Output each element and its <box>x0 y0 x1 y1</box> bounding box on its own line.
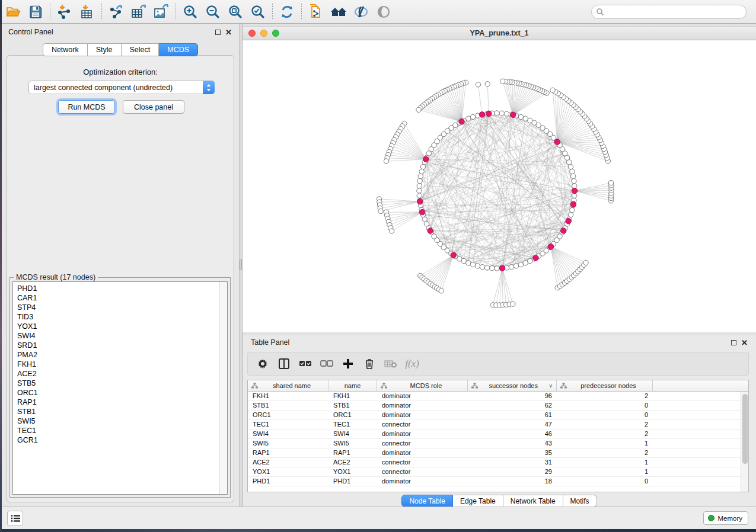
function-builder-button[interactable]: f(x) <box>403 355 421 373</box>
column-header-predecessor-nodes[interactable]: predecessor nodes <box>557 380 653 391</box>
network-canvas[interactable] <box>243 40 756 332</box>
table-scrollbar[interactable] <box>741 392 748 492</box>
close-table-panel-icon[interactable]: ✕ <box>741 340 748 345</box>
mcds-result-item[interactable]: STB1 <box>13 407 227 416</box>
table-cell: ACE2 <box>328 458 377 467</box>
optimization-criterion-select[interactable]: largest connected component (undirected) <box>28 81 215 94</box>
table-cell: dominator <box>377 401 468 410</box>
zoom-fit-button[interactable] <box>224 2 247 22</box>
table-cell: connector <box>377 420 468 429</box>
memory-label: Memory <box>717 515 742 522</box>
export-table-icon <box>130 4 147 20</box>
tab-motifs[interactable]: Motifs <box>563 495 597 507</box>
export-image-button[interactable] <box>150 2 173 22</box>
delete-table-button[interactable] <box>382 355 400 373</box>
refresh-icon <box>279 4 295 20</box>
mcds-result-item[interactable]: PHD1 <box>13 284 227 293</box>
table-row[interactable]: STB1STB1dominator620 <box>248 401 741 411</box>
table-panel-title: Table Panel <box>251 338 289 347</box>
table-row[interactable]: ORC1ORC1dominator610 <box>248 411 741 420</box>
columns-icon <box>278 358 290 370</box>
table-cell: 2 <box>557 420 653 429</box>
unselect-all-button[interactable] <box>318 355 336 373</box>
table-row[interactable]: SWI4SWI4dominator462 <box>248 430 741 439</box>
mcds-list-scrollbar[interactable] <box>219 282 227 494</box>
add-column-button[interactable] <box>339 355 357 373</box>
column-chooser-button[interactable] <box>275 355 293 373</box>
mcds-result-item[interactable]: ORC1 <box>13 388 227 398</box>
mcds-result-item[interactable]: TEC1 <box>13 426 227 435</box>
zoom-selected-button[interactable] <box>247 2 269 22</box>
table-row[interactable]: TEC1TEC1connector472 <box>248 420 741 430</box>
tab-edge-table[interactable]: Edge Table <box>453 495 503 507</box>
memory-button[interactable]: Memory <box>703 511 748 525</box>
table-row[interactable]: PHD1PHD1dominator180 <box>248 477 741 486</box>
select-all-button[interactable] <box>296 355 314 373</box>
table-row[interactable]: YOX1YOX1connector291 <box>248 467 741 477</box>
save-session-button[interactable] <box>24 2 47 22</box>
delete-column-button[interactable] <box>361 355 378 373</box>
tab-select[interactable]: Select <box>122 43 160 56</box>
column-header-MCDS-role[interactable]: MCDS role <box>377 380 468 391</box>
close-panel-icon[interactable]: ✕ <box>225 30 232 35</box>
splitter-grip[interactable] <box>240 259 242 270</box>
hide-graphics-button[interactable] <box>350 2 372 22</box>
network-from-selection-button[interactable] <box>305 2 327 22</box>
close-panel-button[interactable]: Close panel <box>123 100 184 114</box>
tab-network[interactable]: Network <box>43 43 88 56</box>
mcds-result-item[interactable]: YOX1 <box>13 322 227 331</box>
export-network-button[interactable] <box>105 2 127 22</box>
table-row[interactable]: SWI5SWI5connector431 <box>248 439 741 448</box>
mcds-result-item[interactable]: STP4 <box>13 303 227 312</box>
refresh-button[interactable] <box>276 2 298 22</box>
mcds-result-item[interactable]: STB5 <box>13 379 227 388</box>
column-header-name[interactable]: name <box>328 380 377 391</box>
mcds-result-item[interactable]: ACE2 <box>13 369 227 379</box>
mcds-result-item[interactable]: SWI4 <box>13 331 227 341</box>
import-network-button[interactable] <box>53 2 76 22</box>
memory-status-icon <box>708 515 714 521</box>
open-folder-button[interactable] <box>2 2 24 22</box>
tab-network-table[interactable]: Network Table <box>503 495 563 507</box>
node-table-body[interactable]: FKH1FKH1dominator962STB1STB1dominator620… <box>248 392 741 492</box>
mcds-result-item[interactable]: FKH1 <box>13 360 227 369</box>
tab-mcds[interactable]: MCDS <box>159 43 198 56</box>
mcds-result-item[interactable]: RAP1 <box>13 398 227 407</box>
float-panel-icon[interactable] <box>215 30 221 35</box>
mcds-result-item[interactable]: GCR1 <box>13 435 227 445</box>
search-input[interactable] <box>604 6 746 18</box>
column-header-successor-nodes[interactable]: successor nodes∨ <box>468 380 557 391</box>
float-table-panel-icon[interactable] <box>731 340 736 345</box>
home-view-button[interactable] <box>327 2 350 22</box>
mcds-result-item[interactable]: SWI5 <box>13 416 227 426</box>
tab-style[interactable]: Style <box>88 43 122 56</box>
list-icon <box>11 514 20 523</box>
table-row[interactable]: FKH1FKH1dominator962 <box>248 392 741 401</box>
zoom-out-button[interactable] <box>202 2 224 22</box>
search-field[interactable] <box>591 5 747 19</box>
mcds-result-list[interactable]: PHD1CAR1STP4TID3YOX1SWI4SRD1PMA2FKH1ACE2… <box>12 281 228 495</box>
checked-boxes-icon <box>299 360 312 368</box>
table-cell: connector <box>377 439 468 448</box>
column-header-shared-name[interactable]: shared name <box>248 380 328 391</box>
table-settings-button[interactable] <box>254 355 272 373</box>
table-cell: dominator <box>377 477 468 486</box>
table-cell: 96 <box>468 392 557 400</box>
table-scrollbar-thumb[interactable] <box>742 394 748 464</box>
mcds-result-item[interactable]: SRD1 <box>13 341 227 350</box>
export-image-icon <box>153 4 170 20</box>
import-table-button[interactable] <box>76 2 98 22</box>
export-table-button[interactable] <box>127 2 150 22</box>
mcds-result-item[interactable]: TID3 <box>13 312 227 322</box>
tab-node-table[interactable]: Node Table <box>401 495 453 507</box>
mcds-result-item[interactable]: PMA2 <box>13 350 227 360</box>
mcds-result-item[interactable]: CAR1 <box>13 293 227 303</box>
show-graphics-button[interactable] <box>372 2 395 22</box>
table-row[interactable]: ACE2ACE2connector311 <box>248 458 741 467</box>
run-mcds-button[interactable]: Run MCDS <box>58 100 115 114</box>
show-panels-button[interactable] <box>7 511 23 526</box>
table-cell: RAP1 <box>248 448 328 457</box>
table-cell: 35 <box>468 448 557 457</box>
table-row[interactable]: RAP1RAP1dominator352 <box>248 448 741 458</box>
zoom-in-button[interactable] <box>179 2 202 22</box>
